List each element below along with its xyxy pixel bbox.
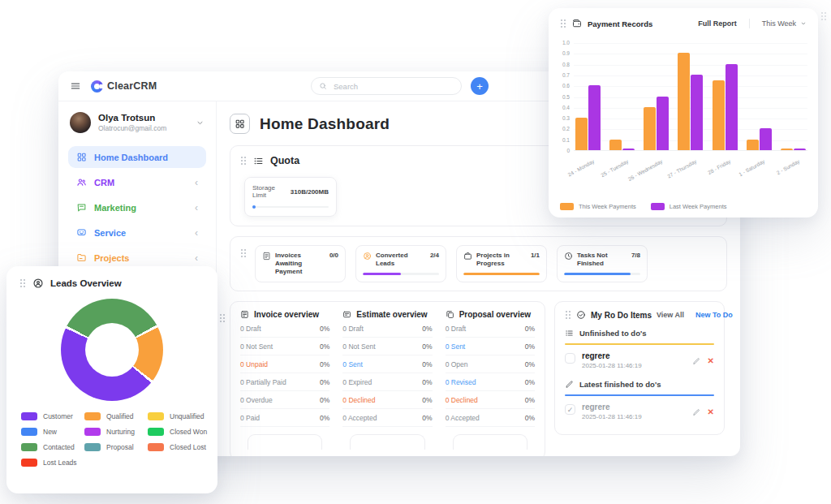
file-icon xyxy=(262,252,271,261)
stat-card-invoices-awaiting-payment[interactable]: Invoices Awaiting Payment0/0 xyxy=(255,245,346,282)
todo-item-date: 2025-01-28 11:46:19 xyxy=(582,362,642,369)
storage-limit-card: Storage Limit 310B/200MB xyxy=(244,177,337,217)
quota-title: Quota xyxy=(270,155,299,166)
stat-card-top: Tasks Not Finished7/8 xyxy=(564,252,640,268)
todo-item-date: 2025-01-28 11:46:19 xyxy=(582,413,642,420)
dashboard-icon xyxy=(230,114,250,134)
logo-text: ClearCRM xyxy=(107,80,157,92)
drag-handle-icon[interactable] xyxy=(240,156,247,166)
overview-row-label: 0 Declined xyxy=(446,396,478,404)
clipped-card xyxy=(453,434,527,450)
sidebar-item-service[interactable]: Service‹ xyxy=(68,222,206,243)
avatar xyxy=(70,112,91,133)
overview-row-value: 0% xyxy=(320,342,329,351)
drag-handle-icon[interactable] xyxy=(219,313,226,323)
y-tick-label: 0.3 xyxy=(549,115,570,121)
add-button[interactable]: + xyxy=(471,77,489,95)
stat-card-projects-in-progress[interactable]: Projects in Progress1/1 xyxy=(456,245,547,282)
legend-label: Qualified xyxy=(106,412,134,420)
legend-swatch xyxy=(560,203,574,210)
overview-row-value: 0% xyxy=(525,360,535,368)
todo-title: My Ro Do Items xyxy=(591,311,652,320)
bar-plot xyxy=(574,43,807,151)
legend-item-contacted: Contacted xyxy=(21,443,81,451)
legend-label: Lost Leads xyxy=(43,459,77,467)
search-box[interactable] xyxy=(311,77,462,95)
overview-row: 0 Not Sent0% xyxy=(240,338,329,355)
delete-icon[interactable]: ✕ xyxy=(708,357,714,365)
todo-checkbox[interactable] xyxy=(565,353,575,364)
stat-progress-fill xyxy=(363,273,401,275)
stat-value: 0/0 xyxy=(329,252,338,276)
folder-icon xyxy=(76,252,87,263)
view-all-link[interactable]: View All xyxy=(657,311,684,319)
storage-progress-fill xyxy=(252,205,256,209)
circle-check-icon xyxy=(576,310,586,320)
overview-row-label: 0 Overdue xyxy=(240,396,273,404)
overview-row: 0 Unpaid0% xyxy=(240,355,329,373)
overview-row-value: 0% xyxy=(525,342,535,351)
overview-row-label: 0 Declined xyxy=(342,396,375,404)
legend-swatch xyxy=(84,428,101,436)
overview-row-value: 0% xyxy=(320,325,329,333)
menu-icon[interactable] xyxy=(70,80,81,92)
legend-item-lost-leads: Lost Leads xyxy=(21,459,81,467)
chevron-down-icon xyxy=(196,118,205,127)
overview-row-label: 0 Accepted xyxy=(446,414,480,422)
stat-card-converted-leads[interactable]: Converted Leads2/4 xyxy=(355,245,446,282)
legend-label: Contacted xyxy=(43,443,75,451)
legend-swatch xyxy=(21,412,37,420)
overview-row-value: 0% xyxy=(525,414,535,422)
list-icon xyxy=(253,156,264,166)
drag-handle-icon[interactable] xyxy=(565,310,571,320)
legend-item-nurturing: Nurturing xyxy=(84,428,144,436)
drag-handle-icon[interactable] xyxy=(560,19,566,28)
sidebar-item-marketing[interactable]: Marketing‹ xyxy=(68,196,206,218)
chevron-down-icon xyxy=(800,20,807,27)
full-report-link[interactable]: Full Report xyxy=(698,19,737,28)
overview-row: 0 Declined0% xyxy=(342,391,432,409)
legend-swatch xyxy=(84,443,101,451)
drag-handle-icon[interactable] xyxy=(19,278,26,288)
sidebar-item-label: Home Dashboard xyxy=(94,153,168,162)
sidebar-menu: Home DashboardCRM‹Marketing‹Service‹Proj… xyxy=(68,146,206,269)
legend-swatch xyxy=(148,428,164,436)
drag-handle-icon[interactable] xyxy=(240,248,247,258)
y-tick-label: 0.5 xyxy=(549,94,570,100)
user-menu[interactable]: Olya Trotsun Olatrocun@gmail.com xyxy=(68,110,206,146)
sidebar-item-home-dashboard[interactable]: Home Dashboard xyxy=(68,146,206,168)
sidebar-item-label: CRM xyxy=(94,178,114,187)
overview-row-value: 0% xyxy=(422,378,432,386)
edit-icon[interactable] xyxy=(692,408,700,416)
sidebar-item-label: Marketing xyxy=(94,203,136,213)
stat-card-tasks-not-finished[interactable]: Tasks Not Finished7/8 xyxy=(557,245,648,282)
search-input[interactable] xyxy=(332,81,454,92)
invoice-icon xyxy=(240,310,249,319)
todo-checkbox[interactable] xyxy=(565,404,575,415)
new-todo-link[interactable]: New To Do xyxy=(695,311,733,319)
stat-card-top: Converted Leads2/4 xyxy=(363,252,439,268)
overview-row-label: 0 Partially Paid xyxy=(240,378,286,386)
overview-row-value: 0% xyxy=(320,360,329,368)
legend-label: Proposal xyxy=(106,443,134,451)
sidebar-item-crm[interactable]: CRM‹ xyxy=(68,171,206,193)
payment-records-title: Payment Records xyxy=(588,19,652,28)
range-dropdown[interactable]: This Week xyxy=(762,19,807,28)
legend-item-qualified: Qualified xyxy=(84,412,144,420)
sidebar-item-projects[interactable]: Projects‹ xyxy=(68,247,206,269)
delete-icon[interactable]: ✕ xyxy=(708,408,714,416)
stats-widget: Invoices Awaiting Payment0/0Converted Le… xyxy=(230,236,727,291)
overview-row-value: 0% xyxy=(422,342,432,351)
bar-group xyxy=(781,149,806,150)
sidebar-item-label: Projects xyxy=(94,253,129,263)
overview-row: 0 Open0% xyxy=(446,355,535,373)
y-tick-label: 0 xyxy=(549,148,570,153)
overview-row-value: 0% xyxy=(422,325,432,333)
edit-icon[interactable] xyxy=(692,357,700,365)
bar-this-week xyxy=(644,107,656,150)
app-logo[interactable]: ClearCRM xyxy=(91,80,157,93)
user-email: Olatrocun@gmail.com xyxy=(98,124,166,132)
overview-row-label: 0 Not Sent xyxy=(342,342,375,351)
clock-icon xyxy=(564,252,573,261)
estimate-icon xyxy=(342,310,351,319)
